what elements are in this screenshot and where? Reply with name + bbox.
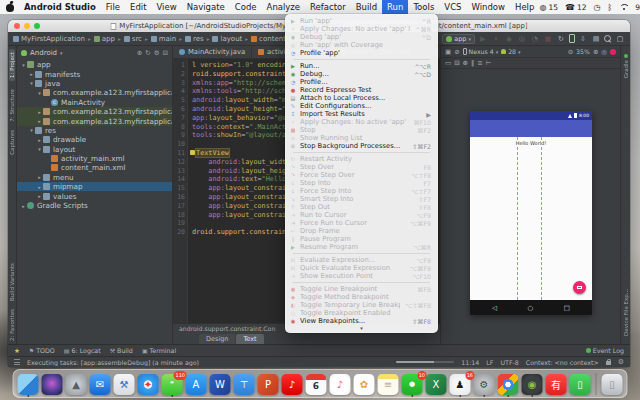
breadcrumb-item-layout[interactable]: layout [212,35,242,43]
dock-chrome[interactable] [498,374,519,395]
dock-notes[interactable]: ≡ [378,374,399,395]
dock-youdao-dict[interactable]: 有 [546,374,567,395]
dock-xcode[interactable]: ⚒ [114,374,135,395]
tree-node-content-main-xml[interactable]: content_main.xml [17,163,172,172]
profile-icon[interactable]: ◔ [530,35,540,43]
zoom-in-button[interactable]: ⊕ [593,48,598,56]
mode-tab-design[interactable]: Design [199,334,235,344]
context-widget[interactable]: Context: <no context> [526,359,599,366]
tree-node-res[interactable]: ▾res [17,126,172,135]
run-menu-item-edit-configurations[interactable]: ✎Edit Configurations... [285,102,438,110]
dock-wechat[interactable]: ●10 [402,374,423,395]
breadcrumb-item-myfirstapplication[interactable]: MyFirstApplication [13,35,85,43]
tree-node-drawable[interactable]: ▸drawable [17,135,172,144]
file-encoding[interactable]: UTF-8 [500,359,518,366]
tool-window-button-6-logcat[interactable]: ▤6: Logcat [64,347,101,354]
favorites-icon[interactable]: ★ [14,347,20,355]
tree-node-com-example-a123-myfirstapplication-test[interactable]: ▸com.example.a123.myfirstapplication(tes… [17,116,172,125]
tree-node-mipmap[interactable]: ▸mipmap [17,182,172,191]
tool-tab-build-variants[interactable]: Build Variants [9,263,15,301]
refresh-icon[interactable]: ↻ [145,49,150,57]
menubar-item-vcs[interactable]: VCS [439,0,466,14]
menubar-item-navigate[interactable]: Navigate [182,0,230,14]
breadcrumb-item-app[interactable]: app [94,35,115,43]
run-menu-item-profile-app[interactable]: ◔Profile 'app' [285,49,438,57]
dock-trash[interactable]: ▯ [602,374,623,395]
dock-system-preferences[interactable]: ⚙ [474,374,495,395]
dock-calendar[interactable]: 6 [306,374,327,395]
dock-itunes[interactable]: ♪ [330,374,351,395]
menubar-item-tools[interactable]: Tools [408,0,439,14]
minimize-button[interactable] [24,23,30,29]
menubar-item-edit[interactable]: Edit [125,0,151,14]
zoom-out-button[interactable]: ⊖ [568,48,573,56]
tree-node-values[interactable]: ▸values [17,191,172,200]
tool-tab-gradle[interactable]: Gradle [623,60,629,78]
tree-node-mainactivity[interactable]: CMainActivity [17,98,172,107]
menubar-item-run[interactable]: Run [382,0,408,14]
editor-tab-mainactivity-java[interactable]: MainActivity.java [173,46,252,58]
run-menu-item-view-breakpoints[interactable]: ◉View Breakpoints...⇧⌘F8 [285,317,438,325]
gear-icon[interactable]: ⚙ [618,358,624,366]
run-menu-item-attach-to-local-process[interactable]: ▤Attach to Local Process... [285,94,438,102]
dock-excel[interactable]: X [426,374,447,395]
run-menu-item-profile[interactable]: ◔Profile... [285,78,438,86]
project-structure-icon[interactable]: ▢ [615,35,625,43]
caret-position[interactable]: 11:14 [461,359,479,366]
dock-launchpad[interactable]: ▲ [66,374,87,395]
project-view-selector[interactable]: Android [30,49,57,57]
tool-tab-captures[interactable]: Captures [9,130,15,155]
menubar-item-window[interactable]: Window [466,0,510,14]
gradle-sync-icon[interactable]: ↻ [556,35,566,43]
coverage-icon[interactable]: ◎ [517,35,527,43]
project-panel-header[interactable]: Android ▾ ⊕↻⚙⊟ [17,46,172,59]
status-message[interactable]: Executing tasks: [app:assembleDebug] (a … [27,359,199,366]
dock-finder[interactable] [18,374,39,395]
dock-netease-music[interactable]: ♪ [282,374,303,395]
dock-photos[interactable]: ✿ [354,374,375,395]
run-configuration-chip[interactable]: app▾ [442,34,475,44]
menubar-status-battery[interactable]: 92% [635,3,640,12]
menubar-item-build[interactable]: Build [351,0,382,14]
tree-node-gradle-scripts[interactable]: ▸Gradle Scripts [17,201,172,210]
autoconnect-icon[interactable]: ⊟ [454,59,459,67]
tree-node-menu[interactable]: ▸menu [17,173,172,182]
tree-node-java[interactable]: ▾java [17,79,172,88]
menubar-item-analyze[interactable]: Analyze [262,0,306,14]
menubar-status-chat-badge[interactable]: ◍15 [539,3,558,12]
run-menu-item-run[interactable]: ▶Run...^⌥R [285,62,438,70]
tool-window-button-terminal[interactable]: ▣Terminal [142,347,176,354]
avd-manager-icon[interactable] [569,34,575,43]
scroll-down-icon[interactable]: ▾ [285,325,438,331]
orientation-icon[interactable]: ⊘ [454,48,459,56]
tree-node-manifests[interactable]: ▸manifests [17,69,172,78]
menubar-item-code[interactable]: Code [230,0,262,14]
intention-bulb-icon[interactable] [190,150,195,155]
design-surface-icon[interactable]: ▣ [445,48,451,56]
close-button[interactable] [14,23,20,29]
tree-node-com-example-a123-myfirstapplication[interactable]: ▾com.example.a123.myfirstapplication [17,88,172,97]
menubar-item-view[interactable]: View [151,0,181,14]
settings-icon[interactable]: ⚙ [154,49,160,57]
tree-node-app[interactable]: ▾app [17,60,172,69]
breadcrumb-item-main[interactable]: main [151,35,177,43]
hide-icon[interactable]: ⊟ [163,49,168,57]
menubar-status-time-machine[interactable]: ◷ [593,3,600,12]
dock-mail[interactable]: ✉ [90,374,111,395]
dock-powerpoint[interactable]: P [258,374,279,395]
expand-all-icon[interactable]: ⊕ [137,49,142,57]
tool-tab-1-project[interactable]: 1: Project [9,49,15,81]
dock-app-store[interactable]: A [186,374,207,395]
tree-node-com-example-a123-myfirstapplication-androidtest[interactable]: ▸com.example.a123.myfirstapplication(and… [17,107,172,116]
menubar-status-bluetooth[interactable]: ᛒ [607,3,612,12]
dock-word[interactable]: W [210,374,231,395]
tool-window-button-build[interactable]: ⚒Build [110,347,133,354]
tool-tab-7-structure[interactable]: 7: Structure [9,89,15,122]
pan-icon[interactable]: ∥ [471,59,474,67]
tool-window-button-todo[interactable]: ⚑TODO [29,347,55,354]
logcat-icon[interactable]: ▤ [591,35,601,43]
maximize-button[interactable] [34,23,40,29]
run-menu-item-import-test-results[interactable]: ↧Import Test Results▶ [285,110,438,118]
tree-node-activity-main-xml[interactable]: activity_main.xml [17,154,172,163]
dock-messages[interactable]: ❝110 [162,374,183,395]
